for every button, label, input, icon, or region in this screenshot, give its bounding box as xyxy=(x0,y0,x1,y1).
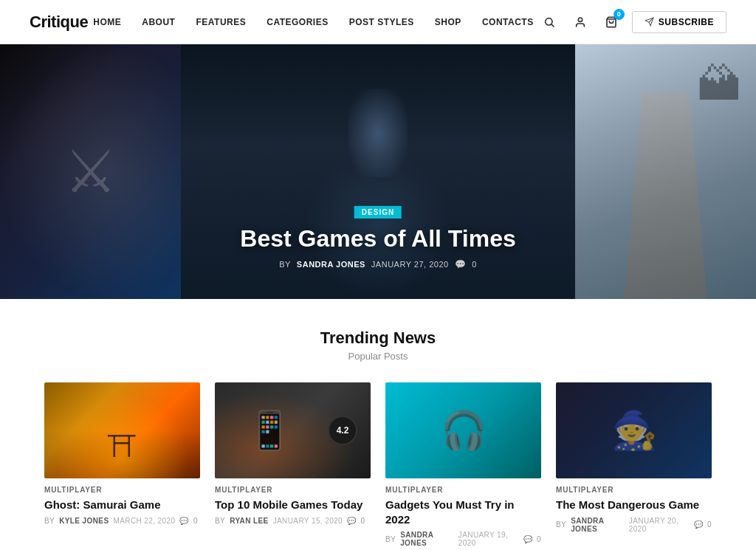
comment-icon: 💬 xyxy=(455,259,467,269)
hero-meta: BY SANDRA JONES JANUARY 27, 2020 💬 0 xyxy=(201,259,556,269)
trending-section: Trending News Popular Posts MULTIPLAYER … xyxy=(0,299,756,550)
nav-item-contacts[interactable]: CONTACTS xyxy=(482,17,534,27)
card-3-date: JANUARY 19, 2020 xyxy=(458,531,519,547)
card-2-meta: BY RYAN LEE JANUARY 15, 2020 💬 0 xyxy=(215,517,371,525)
hero-category-badge: DESIGN xyxy=(354,206,402,219)
cart-badge: 0 xyxy=(614,9,625,20)
card-1-category: MULTIPLAYER xyxy=(44,486,200,494)
hero-title: Best Games of All Times xyxy=(201,226,556,252)
card-1-image xyxy=(44,382,200,478)
card-1-author: KYLE JONES xyxy=(59,517,109,525)
card-2-comment-icon: 💬 xyxy=(347,517,356,525)
card-2-category: MULTIPLAYER xyxy=(215,486,371,494)
card-3-title: Gadgets You Must Try in 2022 xyxy=(385,498,541,526)
main-nav: HOMEABOUTFEATURESCATEGORIESPOST STYLESSH… xyxy=(93,17,533,27)
card-2[interactable]: 4.2 MULTIPLAYER Top 10 Mobile Games Toda… xyxy=(215,382,371,547)
card-1[interactable]: MULTIPLAYER Ghost: Samurai Game BY KYLE … xyxy=(44,382,200,547)
card-3-comment-icon: 💬 xyxy=(523,535,532,543)
header: Critique HOMEABOUTFEATURESCATEGORIESPOST… xyxy=(0,0,756,44)
card-4-date: JANUARY 20, 2020 xyxy=(629,517,690,533)
cards-grid: MULTIPLAYER Ghost: Samurai Game BY KYLE … xyxy=(44,382,712,547)
nav-item-about[interactable]: ABOUT xyxy=(142,17,175,27)
card-2-author: RYAN LEE xyxy=(230,517,268,525)
card-1-comments: 0 xyxy=(193,517,198,525)
hero-slide-left[interactable] xyxy=(0,44,181,299)
subscribe-button[interactable]: SUBSCRIBE xyxy=(632,11,726,33)
logo[interactable]: Critique xyxy=(30,13,88,32)
search-button[interactable] xyxy=(539,12,560,32)
nav-item-features[interactable]: FEATURES xyxy=(196,17,246,27)
card-4-meta: BY SANDRA JONES JANUARY 20, 2020 💬 0 xyxy=(556,517,712,533)
hero-author: SANDRA JONES xyxy=(297,260,365,269)
card-4-category: MULTIPLAYER xyxy=(556,486,712,494)
hero-slider: DESIGN Best Games of All Times BY SANDRA… xyxy=(0,44,756,299)
user-button[interactable] xyxy=(570,12,591,32)
card-3-image xyxy=(385,382,541,478)
card-3-comments: 0 xyxy=(537,535,541,543)
nav-item-categories[interactable]: CATEGORIES xyxy=(267,17,328,27)
hero-slide-right[interactable] xyxy=(575,44,756,299)
cart-button[interactable]: 0 xyxy=(601,12,622,32)
hero-date: JANUARY 27, 2020 xyxy=(371,260,449,269)
svg-point-2 xyxy=(578,18,582,21)
card-3[interactable]: MULTIPLAYER Gadgets You Must Try in 2022… xyxy=(385,382,541,547)
card-2-title: Top 10 Mobile Games Today xyxy=(215,498,371,512)
card-3-meta: BY SANDRA JONES JANUARY 19, 2020 💬 0 xyxy=(385,531,541,547)
card-4-image xyxy=(556,382,712,478)
trending-subtitle: Popular Posts xyxy=(44,351,712,362)
trending-title: Trending News xyxy=(44,329,712,348)
card-4-author: SANDRA JONES xyxy=(571,517,625,533)
hero-content: DESIGN Best Games of All Times BY SANDRA… xyxy=(201,204,556,269)
card-3-author: SANDRA JONES xyxy=(400,531,454,547)
card-1-comment-icon: 💬 xyxy=(179,517,188,525)
card-1-meta: BY KYLE JONES MARCH 22, 2020 💬 0 xyxy=(44,517,200,525)
rating-badge: 4.2 xyxy=(328,416,357,445)
card-1-date: MARCH 22, 2020 xyxy=(114,517,176,525)
hero-slide-center[interactable]: DESIGN Best Games of All Times BY SANDRA… xyxy=(181,44,575,299)
hero-comments: 0 xyxy=(472,260,477,269)
card-1-title: Ghost: Samurai Game xyxy=(44,498,200,512)
nav-item-home[interactable]: HOME xyxy=(93,17,121,27)
svg-line-1 xyxy=(551,24,554,27)
card-4[interactable]: MULTIPLAYER The Most Dangerous Game BY S… xyxy=(556,382,712,547)
header-actions: 0 SUBSCRIBE xyxy=(539,11,726,33)
nav-item-post styles[interactable]: POST STYLES xyxy=(349,17,414,27)
card-2-date: JANUARY 15, 2020 xyxy=(273,517,343,525)
card-4-comments: 0 xyxy=(707,520,712,529)
card-2-comments: 0 xyxy=(360,517,365,525)
card-4-comment-icon: 💬 xyxy=(694,520,703,529)
card-2-image: 4.2 xyxy=(215,382,371,478)
card-3-category: MULTIPLAYER xyxy=(385,486,541,494)
card-4-title: The Most Dangerous Game xyxy=(556,498,712,512)
trending-header: Trending News Popular Posts xyxy=(44,329,712,362)
nav-item-shop[interactable]: SHOP xyxy=(435,17,461,27)
